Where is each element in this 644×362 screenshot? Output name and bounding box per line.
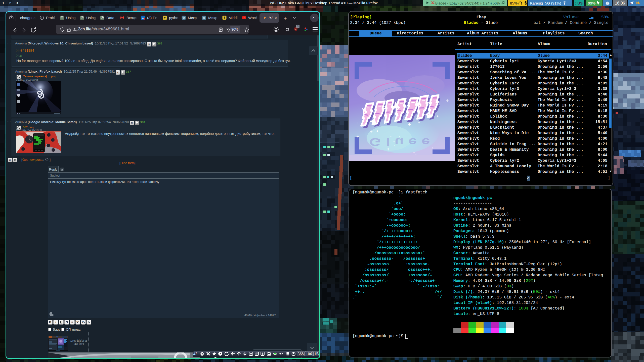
svg-text:u: u [295, 28, 296, 31]
svg-text:in: in [142, 17, 144, 19]
svg-text:Gluee: Gluee [369, 136, 435, 148]
svg-text:dE: dE [193, 352, 197, 356]
